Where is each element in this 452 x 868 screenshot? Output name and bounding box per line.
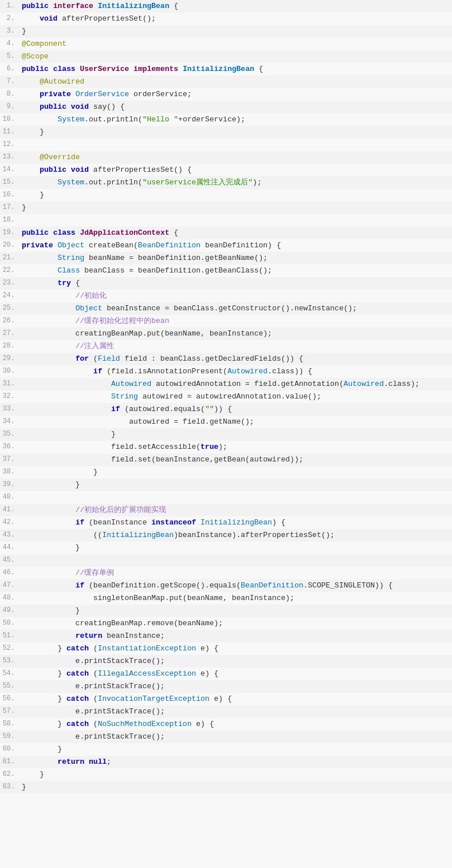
code-token: Autowired: [111, 380, 151, 388]
table-row: 10. System.out.println("Hello "+orderSer…: [0, 113, 452, 126]
line-number: 3.: [0, 25, 19, 38]
code-token: [178, 65, 183, 73]
line-content: }: [19, 428, 452, 441]
code-token: [22, 569, 76, 577]
table-row: 29. for (Field field : beanClass.getDecl…: [0, 353, 452, 365]
code-token: }: [22, 430, 116, 439]
code-token: ((: [22, 531, 102, 539]
code-token: for: [76, 354, 89, 363]
line-content: void afterPropertiesSet();: [19, 13, 452, 25]
line-content: String beanName = beanDefinition.getBean…: [19, 252, 452, 265]
line-content: [19, 139, 452, 151]
line-content: if (autowired.equals("")) {: [19, 403, 452, 416]
code-token: beanInstance = beanClass.getConstructor(…: [102, 304, 357, 313]
code-token: beanDefinition) {: [201, 241, 281, 250]
code-token: [22, 342, 76, 350]
code-token: void: [40, 14, 57, 23]
code-token: [22, 14, 40, 23]
table-row: 51. return beanInstance;: [0, 630, 452, 642]
code-token: Object: [76, 304, 103, 313]
line-content: //初始化后的扩展功能实现: [19, 504, 452, 516]
code-token: @Autowired: [40, 77, 84, 86]
line-number: 13.: [0, 151, 19, 164]
line-number: 30.: [0, 365, 19, 378]
code-token: .out.println(: [84, 115, 142, 124]
code-token: InitializingBean: [201, 518, 272, 527]
code-token: }: [22, 543, 80, 552]
line-number: 55.: [0, 680, 19, 693]
code-token: );: [218, 443, 227, 451]
table-row: 8. private OrderService orderService;: [0, 88, 452, 101]
code-token: beanInstance;: [102, 632, 164, 640]
table-row: 45.: [0, 554, 452, 567]
code-token: }: [22, 783, 26, 791]
code-token: say() {: [89, 102, 124, 111]
line-content: [19, 214, 452, 227]
code-token: if: [76, 518, 85, 527]
line-number: 23.: [0, 277, 19, 290]
line-number: 43.: [0, 529, 19, 542]
code-token: (: [89, 720, 98, 728]
line-number: 4.: [0, 38, 19, 50]
line-number: 24.: [0, 290, 19, 302]
line-content: @Component: [19, 38, 452, 50]
line-content: @Override: [19, 151, 452, 164]
code-token: [22, 178, 57, 187]
code-token: Object: [57, 241, 84, 250]
code-token: [22, 317, 76, 325]
table-row: 16. }: [0, 189, 452, 202]
line-number: 31.: [0, 378, 19, 390]
code-token: InstantiationException: [98, 644, 196, 653]
code-token: }: [22, 27, 26, 35]
code-token: e) {: [196, 644, 218, 653]
line-number: 26.: [0, 315, 19, 328]
line-number: 14.: [0, 164, 19, 176]
code-token: BeanDefinition: [138, 241, 201, 250]
code-token: @Override: [40, 153, 80, 161]
code-token: beanClass = beanDefinition.getBeanClass(…: [80, 266, 272, 275]
line-content: } catch (InstantiationException e) {: [19, 642, 452, 655]
code-token: [22, 153, 40, 161]
code-token: instanceof: [151, 518, 196, 527]
code-token: }: [22, 480, 80, 489]
code-token: catch: [66, 720, 89, 728]
code-token: //缓存初始化过程中的bean: [76, 317, 170, 325]
table-row: 20.private Object createBean(BeanDefinit…: [0, 239, 452, 252]
code-token: {: [169, 228, 178, 237]
code-token: InitializingBean: [102, 531, 174, 539]
code-token: void: [71, 165, 89, 174]
line-number: 62.: [0, 768, 19, 781]
table-row: 63.}: [0, 781, 452, 794]
code-token: InvocationTargetException: [98, 695, 210, 703]
line-number: 35.: [0, 428, 19, 441]
line-number: 60.: [0, 743, 19, 756]
code-token: }: [22, 720, 66, 728]
code-token: [84, 757, 89, 766]
code-token: OrderService: [76, 90, 129, 98]
line-number: 29.: [0, 353, 19, 365]
code-token: .SCOPE_SINGLETON)) {: [304, 581, 393, 590]
code-token: catch: [66, 669, 89, 678]
code-token: (autowired.equals(: [120, 405, 205, 413]
table-row: 60. }: [0, 743, 452, 756]
code-token: //初始化后的扩展功能实现: [76, 506, 167, 514]
code-token: public: [22, 228, 49, 237]
line-content: e.printStackTrace();: [19, 680, 452, 693]
code-token: (: [89, 669, 98, 678]
table-row: 9. public void say() {: [0, 101, 452, 113]
code-token: private: [40, 90, 71, 98]
code-token: [49, 2, 53, 10]
code-token: [22, 304, 76, 313]
code-token: private: [22, 241, 53, 250]
line-content: try {: [19, 277, 452, 290]
line-content: }: [19, 479, 452, 491]
line-content: private Object createBean(BeanDefinition…: [19, 239, 452, 252]
code-token: }: [22, 644, 66, 653]
code-token: field : beanClass.getDeclaredFields()) {: [120, 354, 304, 363]
table-row: 50. creatingBeanMap.remove(beanName);: [0, 617, 452, 630]
table-row: 35. }: [0, 428, 452, 441]
code-token: }: [22, 128, 44, 136]
code-token: return: [76, 632, 103, 640]
line-number: 58.: [0, 718, 19, 731]
line-content: public interface InitializingBean {: [19, 0, 452, 13]
